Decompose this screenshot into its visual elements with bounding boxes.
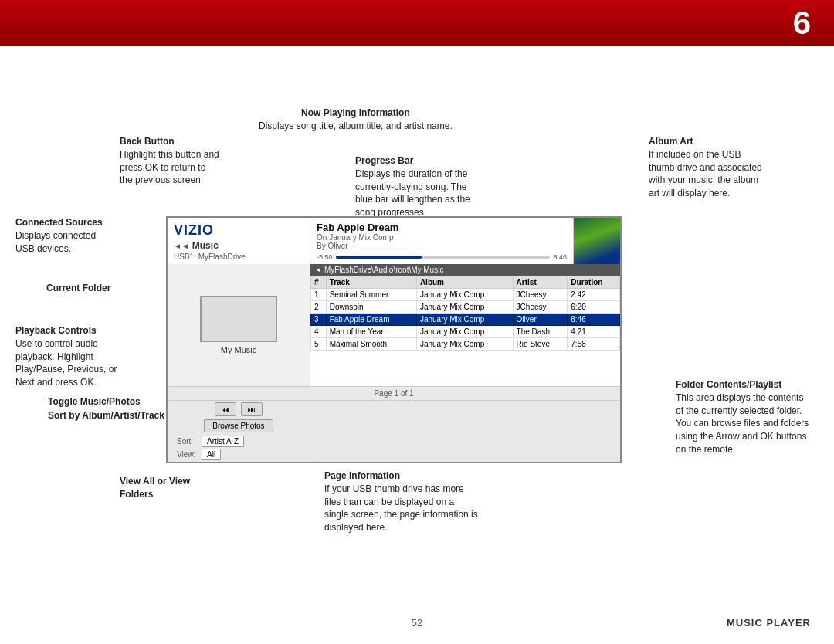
sort-view-area: Sort: Artist A-Z View: All <box>171 436 307 460</box>
ann-progress-bar: Progress Bar Displays the duration of th… <box>355 154 479 219</box>
controls-left: ⏮ ⏭ Browse Photos Sort: Artist A-Z View:… <box>168 401 310 462</box>
player-left: VIZIO ◄◄ Music USB1: MyFlashDrive <box>168 218 310 264</box>
top-bar: 6 <box>0 0 834 46</box>
browse-photos-button[interactable]: Browse Photos <box>204 419 273 432</box>
ann-now-playing: Now Playing Information Displays song ti… <box>259 107 453 133</box>
playlist-table: # Track Album Artist Duration 1 Seminal … <box>310 276 620 351</box>
col-duration: Duration <box>568 276 620 289</box>
album-art <box>574 218 620 264</box>
folder-box <box>200 296 277 342</box>
player-top: VIZIO ◄◄ Music USB1: MyFlashDrive Fab Ap… <box>168 218 620 264</box>
table-row[interactable]: 1 Seminal Summer January Mix Comp JChees… <box>311 289 620 301</box>
now-playing-album-line: On January Mix Comp <box>317 233 567 242</box>
path-bar: ◄ MyFlashDrive\Audio\root\My Music <box>310 264 620 276</box>
col-num: # <box>311 276 327 289</box>
playback-row: ⏮ ⏭ <box>215 402 263 416</box>
path-text: MyFlashDrive\Audio\root\My Music <box>324 266 443 274</box>
ann-toggle-music: Toggle Music/Photos <box>48 395 141 408</box>
ann-connected-sources: Connected Sources Displays connected USB… <box>15 216 108 255</box>
prev-button[interactable]: ⏮ <box>215 402 236 416</box>
now-playing-panel: Fab Apple Dream On January Mix Comp By O… <box>310 218 574 264</box>
col-track: Track <box>326 276 416 289</box>
ann-album-art: Album Art If included on the USB thumb d… <box>649 135 764 200</box>
screen-inner: VIZIO ◄◄ Music USB1: MyFlashDrive Fab Ap… <box>168 218 620 462</box>
progress-fill <box>336 256 422 259</box>
ann-folder-contents: Folder Contents/Playlist This area displ… <box>676 378 811 456</box>
back-icon: ◄◄ <box>174 242 189 250</box>
view-value[interactable]: All <box>202 449 221 460</box>
sort-row: Sort: Artist A-Z <box>177 436 300 447</box>
ann-view-all: View All or View Folders <box>120 475 212 501</box>
time-elapsed: -5:50 <box>317 253 333 261</box>
ann-sort: Sort by Album/Artist/Track <box>48 409 164 422</box>
album-art-image <box>574 218 620 264</box>
vizio-logo: VIZIO <box>174 222 303 239</box>
progress-track <box>336 256 551 259</box>
folder-name: My Music <box>221 345 256 354</box>
page-number: 52 <box>412 617 422 629</box>
usb-source-label: USB1: MyFlashDrive <box>174 253 303 261</box>
playlist-panel: ◄ MyFlashDrive\Audio\root\My Music # Tra… <box>310 264 620 386</box>
sort-label: Sort: <box>177 437 198 446</box>
ann-playback-controls: Playback Controls Use to control audio p… <box>15 324 124 389</box>
table-row-active[interactable]: 3 Fab Apple Dream January Mix Comp Olive… <box>311 314 620 326</box>
ann-page-info: Page Information If your USB thumb drive… <box>324 469 479 534</box>
player-controls: ⏮ ⏭ Browse Photos Sort: Artist A-Z View:… <box>168 400 620 462</box>
view-row: View: All <box>177 449 300 460</box>
main-content: Now Playing Information Displays song ti… <box>0 46 834 644</box>
chapter-number: 6 <box>793 5 811 42</box>
view-label: View: <box>177 450 198 459</box>
time-total: 8:46 <box>553 253 567 261</box>
back-button-area[interactable]: ◄◄ Music <box>174 240 303 251</box>
now-playing-artist-line: By Oliver <box>317 242 567 250</box>
table-row[interactable]: 2 Downspin January Mix Comp JCheesy 6:20 <box>311 301 620 314</box>
col-album: Album <box>416 276 513 289</box>
table-row[interactable]: 5 Maximal Smooth January Mix Comp Rio St… <box>311 338 620 351</box>
col-artist: Artist <box>513 276 568 289</box>
section-title: MUSIC PLAYER <box>727 617 811 629</box>
sort-value[interactable]: Artist A-Z <box>202 436 244 447</box>
player-middle: My Music ◄ MyFlashDrive\Audio\root\My Mu… <box>168 264 620 386</box>
table-row[interactable]: 4 Man of the Year January Mix Comp The D… <box>311 326 620 338</box>
ann-current-folder: Current Folder <box>46 282 110 295</box>
now-playing-title: Fab Apple Dream <box>317 222 567 233</box>
path-icon: ◄ <box>315 266 321 273</box>
ann-back-button: Back Button Highlight this button and pr… <box>120 135 220 187</box>
tv-screen: VIZIO ◄◄ Music USB1: MyFlashDrive Fab Ap… <box>166 216 622 463</box>
music-label: Music <box>192 240 219 251</box>
page-info-bar: Page 1 of 1 <box>168 386 620 400</box>
controls-right <box>310 401 620 462</box>
next-button[interactable]: ⏭ <box>241 402 263 416</box>
progress-area: -5:50 8:46 <box>317 253 567 261</box>
folder-panel: My Music <box>168 264 310 386</box>
